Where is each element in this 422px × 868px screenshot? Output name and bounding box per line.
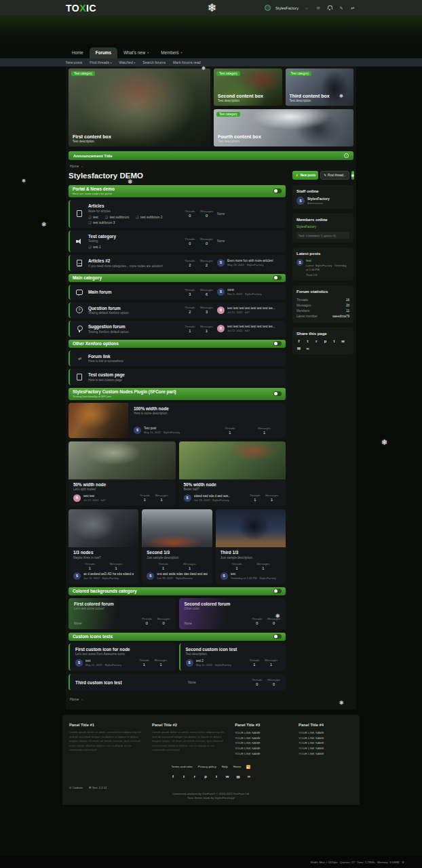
- twitter-icon[interactable]: t: [182, 774, 187, 779]
- footer-link[interactable]: YOUR LINK NAME: [299, 730, 353, 736]
- collapse-toggle[interactable]: [273, 634, 282, 639]
- latest-post-title[interactable]: test test test test test test test tes..…: [227, 325, 275, 328]
- account-menu[interactable]: StylesFactory: [275, 6, 299, 10]
- tumblr-icon[interactable]: t: [332, 339, 337, 343]
- node-title[interactable]: Forum link: [88, 354, 281, 359]
- subnav-search-forums[interactable]: Search forums: [142, 60, 166, 64]
- node-title[interactable]: Question forum: [88, 306, 180, 311]
- avatar[interactable]: S: [296, 259, 303, 266]
- latest-member-link[interactable]: saeedima79: [332, 315, 349, 318]
- latest-post-link[interactable]: test: [306, 259, 349, 262]
- pinterest-icon[interactable]: p: [204, 774, 208, 779]
- post-thread-button[interactable]: ✎Post thread...: [320, 171, 349, 180]
- forum-node-third-3[interactable]: Third 1/3 Just sample description. Threa…: [216, 509, 286, 584]
- forum-node-main-forum[interactable]: Main forum Threads3 Messages6 S vtestNov…: [69, 285, 286, 300]
- latest-post-title[interactable]: Even more fun with more articles!: [227, 259, 273, 262]
- subforum-link[interactable]: test subforum 2: [136, 216, 162, 219]
- latest-post-title[interactable]: Test post: [144, 427, 180, 430]
- compose-icon[interactable]: ✎: [338, 5, 345, 10]
- forum-node-third-2[interactable]: Second 1/3 Just sample description. Thre…: [142, 509, 212, 584]
- collapse-toggle[interactable]: [273, 189, 282, 193]
- subforum-link[interactable]: test: [88, 216, 98, 219]
- category-header-portal[interactable]: Portal & News demoHere are some nodes fo…: [69, 185, 286, 197]
- subnav-find-threads[interactable]: Find threads ▾: [90, 60, 111, 64]
- subnav-new-posts[interactable]: New posts: [66, 60, 82, 64]
- collapse-toggle[interactable]: [273, 341, 282, 346]
- forum-node-second-custom-icon[interactable]: Second custom icon test Test description…: [179, 644, 286, 671]
- tumblr-icon[interactable]: t: [214, 774, 219, 779]
- latest-post-title[interactable]: test asd asda sdas das dasd asd asd...: [157, 572, 207, 576]
- version-button[interactable]: ⚒ Test: 2.2.12: [89, 786, 107, 789]
- subnav-mark-read[interactable]: Mark forums read: [173, 60, 201, 64]
- forum-node-custom-page[interactable]: Test custom page Here is test custom pag…: [69, 369, 286, 385]
- avatar[interactable]: S: [147, 572, 154, 580]
- latest-post-title[interactable]: test: [231, 572, 276, 576]
- forum-node-articles-2[interactable]: Articles #2 If you need more categories.…: [69, 255, 286, 271]
- avatar[interactable]: S: [186, 659, 193, 667]
- node-title[interactable]: Main forum: [88, 290, 180, 294]
- debug-stats[interactable]: Width: Max > 1320px · Queries: 27 · Time…: [311, 861, 399, 864]
- forum-node-second-colored[interactable]: Second colored forum Other color. None T…: [179, 598, 286, 629]
- forum-node-forum-link[interactable]: ∞ Forum link Here is link to somewhere: [69, 351, 286, 367]
- node-title[interactable]: 1/3 nodes: [73, 550, 134, 555]
- tab-forums[interactable]: Forums: [90, 47, 117, 58]
- alerts-bell-icon[interactable]: [326, 5, 333, 11]
- latest-post-title[interactable]: test: [85, 659, 121, 663]
- footer-link[interactable]: YOUR LINK NAME: [235, 736, 289, 741]
- forum-node-third-custom-icon[interactable]: Third custom icon test None Threads0 Mes…: [69, 674, 286, 690]
- node-title[interactable]: 50% width node: [184, 482, 282, 487]
- footer-link[interactable]: YOUR LINK NAME: [235, 741, 289, 746]
- shuffle-icon[interactable]: ⇄: [349, 5, 356, 10]
- category-header-colored[interactable]: Colored backgrounds category: [69, 587, 286, 595]
- node-title[interactable]: Articles: [88, 203, 180, 208]
- forum-node-test-category[interactable]: Test category Testing test 1 Threads0 Me…: [69, 231, 286, 253]
- online-member-link[interactable]: StylesFactory: [296, 225, 349, 229]
- avatar[interactable]: S: [75, 659, 83, 667]
- node-title[interactable]: Second colored forum: [185, 601, 281, 606]
- home-link[interactable]: Home: [233, 765, 242, 768]
- forum-node-50-width-1[interactable]: 50% width node Let's split nodes! B test…: [69, 441, 176, 507]
- avatar[interactable]: S: [217, 288, 225, 296]
- category-badge[interactable]: Test category: [216, 112, 240, 117]
- footer-link[interactable]: YOUR LINK NAME: [235, 751, 289, 757]
- breadcrumb-home[interactable]: Home: [70, 164, 79, 168]
- node-title[interactable]: Suggestion forum: [88, 324, 180, 329]
- content-box-fourth[interactable]: Test category Fourth content boxTest des…: [214, 109, 353, 146]
- facebook-icon[interactable]: f: [296, 339, 301, 343]
- avatar[interactable]: S: [134, 427, 141, 434]
- avatar[interactable]: B: [217, 325, 225, 332]
- theme-credit[interactable]: Toxic theme made by StylesFactory.pl: [69, 796, 353, 801]
- terms-link[interactable]: Terms and rules: [172, 765, 193, 768]
- breadcrumb-home[interactable]: Home: [70, 697, 79, 701]
- twitter-icon[interactable]: t: [305, 339, 310, 343]
- latest-post-forum[interactable]: Third 1/3: [306, 273, 349, 277]
- latest-post-title[interactable]: sdasd sad sda d asd aos..: [194, 494, 230, 498]
- category-badge[interactable]: Test category: [71, 71, 95, 76]
- link-icon[interactable]: ∞: [305, 347, 310, 351]
- node-title[interactable]: Articles #2: [88, 258, 180, 263]
- category-header-other[interactable]: Other Xenforo options: [69, 340, 286, 348]
- latest-post-title[interactable]: test test: [83, 494, 106, 498]
- content-box-second[interactable]: Test category Second content boxTest des…: [214, 68, 282, 106]
- collapse-toggle[interactable]: [273, 391, 282, 396]
- forum-node-100-width[interactable]: 100% width node Here is some description…: [69, 403, 286, 438]
- forum-node-third-1[interactable]: 1/3 nodes Maybe three in row? Threads1 M…: [69, 509, 138, 584]
- collapse-toggle[interactable]: [273, 275, 282, 280]
- footer-link[interactable]: YOUR LINK NAME: [235, 746, 289, 751]
- privacy-link[interactable]: Privacy policy: [198, 765, 216, 768]
- pinterest-icon[interactable]: p: [323, 339, 328, 343]
- facebook-icon[interactable]: f: [171, 774, 176, 779]
- node-title[interactable]: 50% width node: [73, 482, 171, 487]
- footer-link[interactable]: YOUR LINK NAME: [235, 730, 289, 736]
- collapse-toggle[interactable]: [273, 589, 282, 593]
- avatar[interactable]: S: [296, 197, 305, 205]
- node-title[interactable]: 100% width node: [134, 406, 280, 411]
- whatsapp-icon[interactable]: w: [225, 774, 230, 779]
- forum-node-50-width-2[interactable]: 50% width node Better half? S sdasd sad …: [179, 441, 286, 507]
- cookies-button[interactable]: ⊙ Cookies: [69, 786, 83, 789]
- category-badge[interactable]: Test category: [216, 71, 240, 76]
- content-box-third[interactable]: Test category Third content boxTest desc…: [286, 68, 354, 106]
- tab-whats-new[interactable]: What's new▾: [117, 47, 155, 58]
- forum-tools-button[interactable]: ◉: [351, 171, 354, 180]
- node-title[interactable]: Third 1/3: [220, 550, 281, 555]
